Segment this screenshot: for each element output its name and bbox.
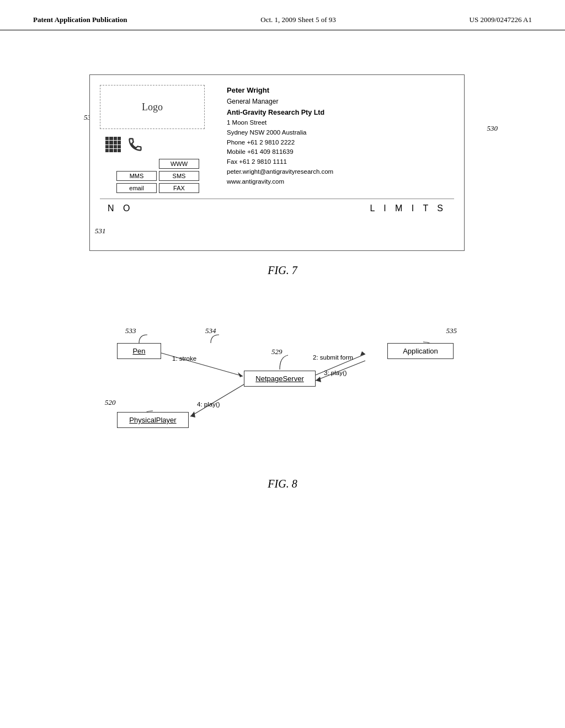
contact-title: General Manager xyxy=(227,97,454,107)
btn-email: email xyxy=(116,183,157,193)
btn-sms: SMS xyxy=(159,171,199,181)
fig7-section: 532 530 Logo xyxy=(33,74,532,277)
contact-mobile: Mobile +61 409 811639 xyxy=(227,147,454,157)
contact-phone: Phone +61 2 9810 2222 xyxy=(227,138,454,148)
card-right: Peter Wright General Manager Anti-Gravit… xyxy=(227,85,454,193)
application-label: Application xyxy=(403,347,438,355)
contact-name: Peter Wright xyxy=(227,85,454,97)
contact-details: 1 Moon Street Sydney NSW 2000 Australia … xyxy=(227,118,454,187)
icons-row xyxy=(105,137,216,152)
ref-534: 534 xyxy=(205,326,216,335)
contact-fax: Fax +61 2 9810 1111 xyxy=(227,157,454,167)
svg-marker-1 xyxy=(238,372,243,377)
ref-535: 535 xyxy=(446,326,457,335)
box-application: Application xyxy=(387,343,454,359)
contact-web: www.antigravity.com xyxy=(227,177,454,187)
box-physicalplayer: PhysicalPlayer xyxy=(117,412,189,428)
ref-520: 520 xyxy=(105,398,116,407)
card-bottom-strip: N O L I M I T S xyxy=(100,199,454,218)
fig7-diagram-wrapper: 532 530 Logo xyxy=(89,74,476,251)
arrow-1-label: 1: stroke xyxy=(172,355,196,362)
bottom-no: N O xyxy=(108,204,133,213)
label-530: 530 xyxy=(487,124,498,133)
contact-company: Anti-Gravity Research Pty Ltd xyxy=(227,107,454,118)
card-content: Logo xyxy=(100,85,454,193)
btn-fax: FAX xyxy=(159,183,199,193)
svg-line-6 xyxy=(190,384,244,416)
box-netpage: NetpageServer xyxy=(244,371,316,387)
business-card: Logo xyxy=(89,74,465,251)
label-531: 531 xyxy=(95,227,106,235)
ref-533: 533 xyxy=(125,326,136,335)
contact-email: peter.wright@antigravityresearch.com xyxy=(227,167,454,177)
svg-marker-5 xyxy=(316,377,321,382)
arrow-2-label: 2: submit form xyxy=(313,354,353,361)
page-header: Patent Application Publication Oct. 1, 2… xyxy=(0,0,565,30)
contact-address: 1 Moon Street xyxy=(227,118,454,128)
arrow-4-label: 4: play() xyxy=(197,401,220,408)
btn-mms: MMS xyxy=(116,171,157,181)
pen-label: Pen xyxy=(132,347,145,355)
header-publication: Patent Application Publication xyxy=(33,15,127,24)
logo-text: Logo xyxy=(142,101,163,113)
logo-box: Logo xyxy=(100,85,205,129)
arrows-svg xyxy=(95,310,470,464)
box-pen: Pen xyxy=(117,343,161,359)
header-date-sheet: Oct. 1, 2009 Sheet 5 of 93 xyxy=(260,15,335,24)
bottom-limits: L I M I T S xyxy=(370,204,446,213)
ref-529: 529 xyxy=(271,347,282,356)
fig8-diagram: 533 534 529 535 520 Pen NetpageServer Ap… xyxy=(95,310,470,464)
header-patent-number: US 2009/0247226 A1 xyxy=(470,15,532,24)
physicalplayer-label: PhysicalPlayer xyxy=(129,416,176,424)
fig7-caption: FIG. 7 xyxy=(268,264,297,277)
keypad-icon xyxy=(105,137,121,152)
svg-marker-7 xyxy=(190,411,195,417)
phone-icon xyxy=(127,137,143,152)
buttons-grid: WWW MMS SMS email FAX xyxy=(116,159,199,193)
btn-www: WWW xyxy=(159,159,199,169)
svg-marker-3 xyxy=(360,351,365,356)
main-content: 532 530 Logo xyxy=(0,30,565,512)
contact-city: Sydney NSW 2000 Australia xyxy=(227,128,454,138)
arrow-3-label: 3: play() xyxy=(324,370,347,376)
card-left: Logo xyxy=(100,85,216,193)
fig8-section: 533 534 529 535 520 Pen NetpageServer Ap… xyxy=(33,310,532,490)
netpage-label: NetpageServer xyxy=(255,374,303,383)
fig8-caption: FIG. 8 xyxy=(268,478,297,490)
